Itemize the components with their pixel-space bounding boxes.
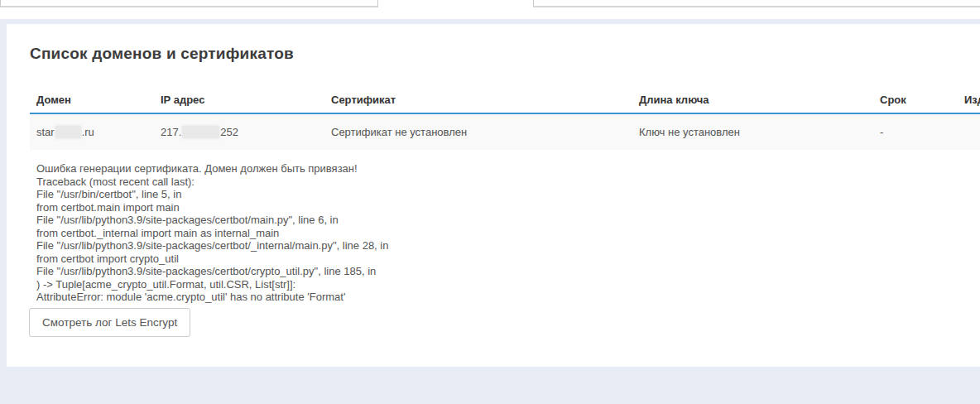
traceback-line: File "/usr/lib/python3.9/site-packages/c… <box>36 214 963 227</box>
content-panel: Список доменов и сертификатов Домен IP а… <box>7 24 980 367</box>
traceback-line: File "/usr/bin/certbot", line 5, in <box>36 188 963 201</box>
traceback-line: ) -> Tuple[acme_crypto_util.Format, util… <box>36 278 963 291</box>
ip-cell: 217.252 <box>161 114 238 150</box>
key-length-cell: Ключ не установлен <box>639 114 740 150</box>
top-tab-strip <box>0 0 980 19</box>
domain-cell: star.ru <box>36 114 94 150</box>
column-header-key-length: Длина ключа <box>639 86 709 113</box>
domain-blur-redaction <box>55 126 81 138</box>
page-title: Список доменов и сертификатов <box>30 45 294 63</box>
table-header-row: Домен IP адрес Сертификат Длина ключа Ср… <box>30 86 980 114</box>
column-header-term: Срок <box>880 86 906 113</box>
certificate-cell: Сертификат не установлен <box>331 114 467 150</box>
domains-table: Домен IP адрес Сертификат Длина ключа Ср… <box>30 86 980 150</box>
ip-prefix: 217. <box>161 126 181 138</box>
tab-partial-active[interactable] <box>379 0 533 7</box>
traceback-line: from certbot._internal import main as in… <box>36 227 963 240</box>
traceback-line: Traceback (most recent call last): <box>36 176 963 189</box>
ip-blur-redaction <box>182 126 219 138</box>
ip-suffix: 252 <box>220 126 238 138</box>
tab-partial-right[interactable] <box>533 0 980 7</box>
table-row[interactable]: star.ru 217.252 Сертификат не установлен… <box>30 114 980 150</box>
column-header-certificate: Сертификат <box>331 86 396 113</box>
traceback-line: File "/usr/lib/python3.9/site-packages/c… <box>36 239 963 252</box>
traceback-line: from certbot.main import main <box>36 201 963 214</box>
domain-prefix: star <box>36 126 55 138</box>
view-lets-encrypt-log-button[interactable]: Смотреть лог Lets Encrypt <box>29 308 190 337</box>
traceback-line: from certbot import crypto_util <box>36 252 963 266</box>
domain-suffix: .ru <box>82 126 94 138</box>
traceback-line: Ошибка генерации сертификата. Домен долж… <box>36 162 963 176</box>
column-header-domain: Домен <box>36 86 71 113</box>
traceback-line: AttributeError: module 'acme.crypto_util… <box>36 291 963 304</box>
term-cell: - <box>880 114 883 150</box>
tab-partial-left[interactable] <box>0 0 378 7</box>
column-header-ip: IP адрес <box>161 86 204 113</box>
column-header-issuer: Издатель <box>964 86 980 113</box>
traceback-line: File "/usr/lib/python3.9/site-packages/c… <box>36 265 963 278</box>
certificate-error-traceback: Ошибка генерации сертификата. Домен долж… <box>36 162 963 304</box>
